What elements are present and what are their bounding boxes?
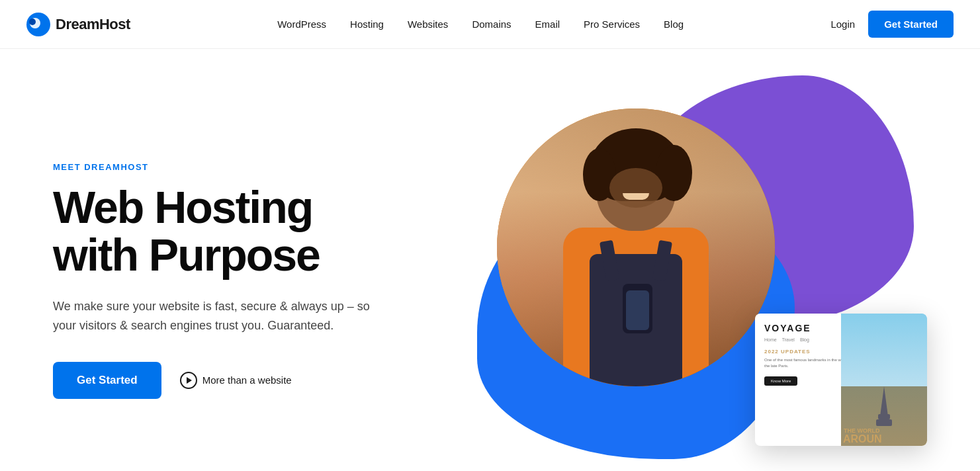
navbar: DreamHost WordPress Hosting Websites Dom… — [0, 0, 980, 49]
voyage-know-more-button[interactable]: Know More — [764, 376, 797, 386]
nav-item-domains[interactable]: Domains — [472, 19, 511, 30]
nav-item-pro-services[interactable]: Pro Services — [584, 19, 640, 30]
hero-section: MEET DREAMHOST Web Hosting with Purpose … — [0, 49, 980, 471]
hero-visual: VOYAGE Home Travel Blog 2022 UPDATES One… — [464, 89, 927, 471]
nav-get-started-button[interactable]: Get Started — [868, 11, 954, 38]
voyage-nav-travel: Travel — [782, 337, 795, 342]
hero-image — [497, 108, 775, 386]
voyage-around-text: AROUN — [843, 434, 882, 445]
nav-item-wordpress[interactable]: WordPress — [277, 19, 326, 30]
nav-links: WordPress Hosting Websites Domains Email… — [277, 19, 684, 30]
play-triangle — [187, 377, 192, 384]
nav-right: Login Get Started — [830, 11, 954, 38]
hero-content: MEET DREAMHOST Web Hosting with Purpose … — [53, 162, 384, 398]
nav-item-hosting[interactable]: Hosting — [350, 19, 384, 30]
voyage-nav-blog: Blog — [800, 337, 809, 342]
login-button[interactable]: Login — [830, 19, 855, 30]
nav-item-email[interactable]: Email — [535, 19, 560, 30]
voyage-card-image: THE WORLD AROUN — [841, 314, 927, 446]
hero-subtitle: We make sure your website is fast, secur… — [53, 297, 384, 335]
nav-item-websites[interactable]: Websites — [408, 19, 448, 30]
hero-eyebrow: MEET DREAMHOST — [53, 162, 384, 172]
hero-title-line2: with Purpose — [53, 230, 320, 280]
play-icon — [180, 372, 197, 389]
logo-text: DreamHost — [56, 16, 130, 33]
hero-actions: Get Started More than a website — [53, 362, 384, 399]
hero-title-line1: Web Hosting — [53, 182, 312, 232]
hero-get-started-button[interactable]: Get Started — [53, 362, 161, 399]
logo[interactable]: DreamHost — [26, 13, 130, 36]
hero-title: Web Hosting with Purpose — [53, 184, 384, 278]
svg-point-2 — [29, 19, 36, 25]
more-than-website-link[interactable]: More than a website — [180, 372, 292, 389]
voyage-card: VOYAGE Home Travel Blog 2022 UPDATES One… — [755, 314, 927, 446]
voyage-nav-home: Home — [764, 337, 777, 342]
nav-item-blog[interactable]: Blog — [664, 19, 684, 30]
more-than-label: More than a website — [202, 374, 292, 386]
